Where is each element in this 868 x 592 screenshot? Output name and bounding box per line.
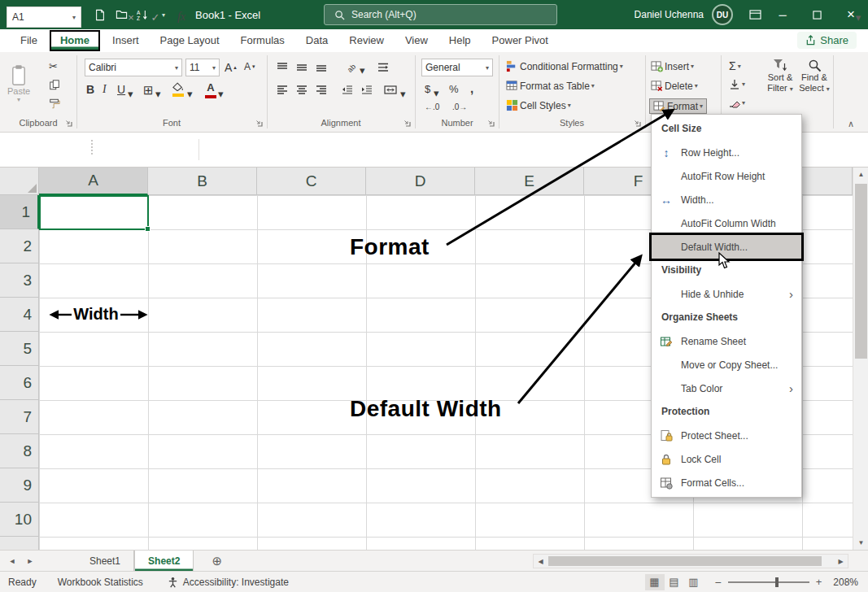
column-header-h[interactable] — [802, 168, 853, 195]
bold-button[interactable]: B — [86, 83, 94, 96]
share-button[interactable]: Share — [797, 32, 857, 49]
fill-color-button[interactable] — [172, 82, 184, 97]
delete-cells-button[interactable]: Delete▾ — [651, 80, 698, 92]
normal-view-icon[interactable]: ▦ — [645, 574, 665, 590]
increase-font-size-button[interactable]: A▴ — [225, 61, 237, 74]
horizontal-scrollbar[interactable]: ◀ ▶ — [533, 554, 848, 568]
sheet-nav-left-icon[interactable]: ◄ — [3, 557, 21, 565]
page-layout-view-icon[interactable]: ▤ — [665, 574, 684, 590]
align-right-icon[interactable] — [316, 85, 327, 95]
menu-item-lock-cell[interactable]: Lock Cell — [652, 447, 801, 471]
menu-item-protect-sheet[interactable]: Protect Sheet... — [652, 424, 801, 447]
styles-dialog-launcher-icon[interactable] — [634, 120, 641, 127]
row-header-7[interactable]: 7 — [0, 400, 39, 434]
column-header-d[interactable]: D — [366, 168, 475, 195]
clipboard-dialog-launcher-icon[interactable] — [65, 120, 72, 127]
alignment-dialog-launcher-icon[interactable] — [403, 120, 411, 127]
tab-data[interactable]: Data — [295, 29, 338, 52]
font-name-combo[interactable]: Calibri▾ — [85, 59, 182, 76]
row-header-8[interactable]: 8 — [0, 434, 39, 468]
number-format-combo[interactable]: General▾ — [421, 59, 493, 76]
merge-center-icon[interactable] — [384, 85, 397, 95]
tab-insert[interactable]: Insert — [102, 29, 150, 52]
accessibility-button[interactable]: Accessibility: Investigate — [168, 577, 289, 588]
font-size-combo[interactable]: 11▾ — [185, 59, 220, 76]
scroll-right-icon[interactable]: ▶ — [834, 558, 848, 565]
number-dialog-launcher-icon[interactable] — [487, 120, 495, 127]
format-as-table-button[interactable]: Format as Table▾ — [506, 80, 595, 92]
vertical-scrollbar-thumb[interactable] — [855, 184, 867, 359]
zoom-slider-thumb[interactable] — [775, 577, 779, 587]
menu-item-autofit-column-width[interactable]: AutoFit Column Width — [652, 211, 801, 235]
insert-cells-button[interactable]: Insert▾ — [651, 60, 694, 72]
zoom-in-button[interactable]: + — [816, 576, 822, 588]
tab-formulas[interactable]: Formulas — [230, 29, 295, 52]
menu-item-rename-sheet[interactable]: Rename Sheet — [652, 329, 801, 353]
cell-styles-button[interactable]: Cell Styles▾ — [506, 99, 571, 111]
fill-handle[interactable] — [145, 226, 150, 232]
zoom-slider[interactable] — [728, 581, 809, 583]
paste-button[interactable]: Paste ▾ — [0, 52, 37, 115]
column-header-b[interactable]: B — [148, 168, 257, 195]
horizontal-scrollbar-thumb[interactable] — [548, 556, 822, 566]
menu-item-width[interactable]: ↔Width... — [652, 188, 801, 211]
expand-formula-bar-icon[interactable]: ▾ — [848, 7, 868, 28]
menu-item-autofit-row-height[interactable]: AutoFit Row Height — [652, 164, 801, 188]
underline-button[interactable]: U — [117, 83, 125, 96]
accounting-format-icon[interactable]: $ — [425, 83, 430, 95]
select-all-corner[interactable] — [0, 168, 39, 195]
increase-decimal-icon[interactable]: ←.0 — [425, 102, 439, 111]
sheet-tab-sheet1[interactable]: Sheet1 — [76, 551, 134, 571]
sheet-tab-sheet2[interactable]: Sheet2 — [134, 551, 194, 571]
align-bottom-icon[interactable] — [316, 62, 327, 72]
search-input[interactable]: Search (Alt+Q) — [324, 4, 557, 25]
align-left-icon[interactable] — [277, 85, 288, 95]
tab-file[interactable]: File — [10, 29, 48, 52]
font-color-button[interactable]: A — [205, 81, 216, 98]
menu-item-hide-unhide[interactable]: Hide & Unhide› — [652, 282, 801, 306]
row-header-5[interactable]: 5 — [0, 332, 39, 366]
align-center-icon[interactable] — [296, 85, 308, 95]
decrease-indent-icon[interactable] — [342, 85, 353, 95]
fill-button[interactable]: ▾ — [729, 79, 745, 89]
align-top-icon[interactable] — [277, 62, 288, 72]
name-box[interactable]: A1▾ — [7, 7, 81, 28]
format-cells-ribbon-button[interactable]: Format▾ — [649, 98, 707, 114]
percent-style-icon[interactable]: % — [449, 83, 459, 95]
collapse-ribbon-icon[interactable]: ∧ — [848, 119, 854, 129]
clear-button[interactable]: ▾ — [729, 98, 745, 108]
scroll-up-icon[interactable]: ▲ — [853, 168, 868, 181]
zoom-level[interactable]: 208% — [833, 577, 858, 588]
tab-power-pivot[interactable]: Power Pivot — [482, 29, 559, 52]
tab-view[interactable]: View — [395, 29, 438, 52]
tab-home[interactable]: Home — [50, 30, 100, 51]
decrease-font-size-button[interactable]: A▾ — [244, 61, 255, 72]
merge-center-dropdown-icon[interactable]: ▾ — [400, 88, 406, 100]
formula-cancel-button[interactable]: × — [120, 7, 142, 28]
zoom-out-button[interactable]: − — [715, 576, 722, 589]
column-header-a[interactable]: A — [39, 168, 148, 195]
find-select-button[interactable]: Find & Select ▾ — [797, 59, 831, 94]
new-file-icon[interactable] — [89, 4, 111, 25]
orientation-dropdown-icon[interactable]: ▾ — [360, 64, 365, 76]
column-header-c[interactable]: C — [257, 168, 366, 195]
formula-bar-splitter[interactable] — [91, 140, 93, 155]
fill-color-dropdown-icon[interactable]: ▾ — [187, 88, 193, 100]
ribbon-display-options-icon[interactable] — [744, 4, 765, 25]
underline-dropdown-icon[interactable]: ▾ — [128, 88, 133, 100]
font-dialog-launcher-icon[interactable] — [255, 120, 263, 127]
scroll-left-icon[interactable]: ◀ — [534, 558, 547, 565]
menu-item-tab-color[interactable]: Tab Color› — [652, 377, 801, 400]
row-header-10[interactable]: 10 — [0, 503, 39, 537]
borders-dropdown-icon[interactable]: ▾ — [155, 88, 161, 100]
row-header-3[interactable]: 3 — [0, 263, 39, 298]
vertical-scrollbar[interactable]: ▲ ▼ — [853, 168, 868, 550]
decrease-decimal-icon[interactable]: .0→ — [452, 102, 467, 111]
row-header-2[interactable]: 2 — [0, 229, 39, 263]
scroll-down-icon[interactable]: ▼ — [853, 536, 868, 550]
wrap-text-icon[interactable] — [377, 62, 389, 72]
user-name[interactable]: Daniel Uchenna — [635, 9, 704, 20]
workbook-statistics-button[interactable]: Workbook Statistics — [58, 577, 143, 588]
maximize-button[interactable] — [800, 0, 834, 29]
tab-page-layout[interactable]: Page Layout — [150, 29, 230, 52]
